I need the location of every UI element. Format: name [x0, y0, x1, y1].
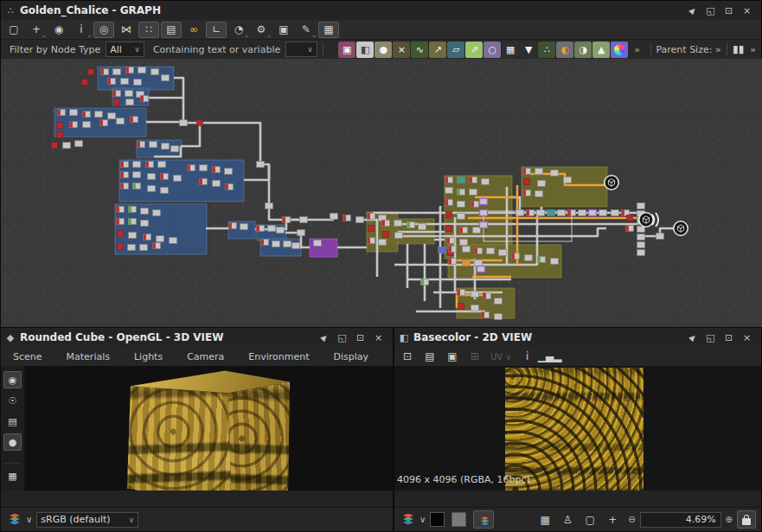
mannequin-scale-icon[interactable]: ♙	[557, 511, 578, 528]
info-icon[interactable]: i⌄	[71, 22, 92, 38]
graph-node[interactable]	[117, 207, 125, 213]
graph-node[interactable]	[446, 226, 452, 232]
tiling-grid-icon[interactable]: ▦	[535, 511, 555, 528]
menu-camera[interactable]: Camera	[175, 351, 236, 362]
scatter-node-icon[interactable]: ∴	[538, 42, 555, 58]
graph-node[interactable]	[174, 176, 182, 182]
pan-icon[interactable]: +	[602, 511, 623, 528]
graph-node[interactable]	[153, 210, 161, 216]
graph-node[interactable]	[599, 210, 607, 216]
background-color-swatch[interactable]	[430, 512, 445, 527]
graph-node[interactable]	[368, 238, 375, 244]
graph-node[interactable]	[138, 142, 145, 148]
graph-node[interactable]	[133, 162, 141, 168]
graph-node[interactable]	[516, 210, 524, 216]
frame-all-icon[interactable]: ▢	[3, 22, 24, 38]
graph-node[interactable]	[499, 250, 507, 256]
graph-node[interactable]	[129, 207, 137, 213]
graph-node[interactable]	[568, 210, 576, 216]
directional-blur-node-icon[interactable]: ↗	[429, 42, 446, 58]
graph-node[interactable]	[100, 120, 108, 126]
graph-node[interactable]	[141, 208, 149, 215]
graph-node[interactable]	[121, 162, 129, 168]
blend-node-icon[interactable]: ◧	[356, 42, 374, 58]
graph-node[interactable]	[564, 177, 572, 183]
graph-node[interactable]	[447, 238, 455, 244]
graph-node[interactable]	[527, 210, 535, 216]
graph-node[interactable]	[523, 169, 531, 175]
graph-node[interactable]	[482, 312, 490, 318]
float-window-icon[interactable]: ◱	[701, 3, 720, 18]
graph-node[interactable]	[131, 117, 138, 123]
graph-node[interactable]	[525, 255, 533, 261]
graph-node[interactable]	[121, 183, 129, 189]
graph-node[interactable]	[495, 298, 503, 304]
graph-node[interactable]	[368, 214, 375, 220]
info-icon[interactable]: i	[517, 349, 538, 365]
graph-node[interactable]	[95, 112, 103, 118]
graph-node[interactable]	[88, 69, 94, 75]
graph-node[interactable]	[458, 214, 465, 220]
close-icon[interactable]: ×	[738, 330, 756, 345]
elbow-links-icon[interactable]: ∟	[206, 22, 227, 38]
graph-node[interactable]	[138, 67, 146, 74]
graph-node[interactable]	[283, 217, 291, 223]
graph-node[interactable]	[284, 241, 291, 247]
graph-node[interactable]	[141, 221, 149, 227]
graph-node[interactable]	[458, 177, 465, 183]
tools-icon[interactable]: ⚙⌄	[251, 22, 272, 38]
graph-node[interactable]	[101, 69, 109, 75]
uniform-color-node-icon[interactable]: ▣	[338, 42, 355, 58]
graph-node[interactable]	[471, 292, 479, 298]
uv-wireframe-icon[interactable]: ▦	[3, 463, 22, 484]
graph-node[interactable]	[144, 234, 151, 240]
graph-node[interactable]	[146, 162, 154, 168]
menu-display[interactable]: Display	[322, 351, 381, 362]
graph-node[interactable]	[129, 233, 137, 239]
graph-node[interactable]	[394, 221, 402, 227]
graph-node[interactable]	[471, 305, 479, 311]
graph-node[interactable]	[213, 167, 221, 173]
zoom-icon[interactable]: ◎	[93, 22, 114, 38]
graph-node[interactable]	[180, 120, 188, 126]
filter-node-type-select[interactable]: All∨	[106, 42, 144, 57]
graph-node[interactable]	[261, 240, 269, 246]
maximize-icon[interactable]: ⊡	[720, 330, 738, 345]
graph-canvas[interactable]	[1, 59, 762, 328]
graph-node[interactable]	[57, 123, 63, 129]
material-ball-icon[interactable]: ●	[3, 433, 22, 451]
graph-node[interactable]	[470, 189, 477, 195]
pin-icon[interactable]: ▶	[683, 3, 701, 18]
graph-node[interactable]	[162, 144, 170, 150]
view2d-viewport[interactable]: 4096 x 4096 (RGBA, 16bpc)	[394, 366, 761, 490]
maximize-icon[interactable]: ⊡	[720, 3, 738, 18]
graph-node[interactable]	[118, 244, 124, 250]
graph-node[interactable]	[134, 80, 142, 86]
graph-node[interactable]	[421, 279, 429, 285]
graph-node[interactable]	[537, 210, 545, 216]
graph-node[interactable]	[314, 240, 322, 247]
graph-node[interactable]	[458, 202, 465, 208]
graph-node[interactable]	[480, 210, 488, 216]
color-wheel-node-icon[interactable]	[611, 42, 628, 58]
graph-node[interactable]	[439, 247, 446, 253]
graph-node[interactable]	[148, 186, 156, 192]
graph-node[interactable]	[117, 219, 125, 225]
graph-node[interactable]	[128, 245, 136, 251]
node-graph-icon[interactable]: ∷	[138, 22, 159, 38]
parent-size-label[interactable]: Parent Size: »	[656, 44, 720, 55]
output-node[interactable]	[674, 221, 688, 235]
graph-node[interactable]	[470, 177, 477, 183]
graph-node[interactable]	[117, 119, 125, 125]
graph-node[interactable]	[141, 96, 149, 102]
graph-node[interactable]	[627, 215, 633, 221]
overflow-chevrons[interactable]: »	[750, 44, 756, 55]
colorspace-select[interactable]: sRGB (default)∨	[36, 512, 138, 528]
graph-node[interactable]	[477, 266, 485, 272]
height-blend-node-icon[interactable]: ▼	[520, 42, 537, 58]
graph-node[interactable]	[158, 162, 166, 168]
graph-node[interactable]	[118, 231, 124, 237]
graph-node[interactable]	[226, 184, 234, 190]
graph-node[interactable]	[460, 228, 468, 234]
graph-node[interactable]	[298, 230, 305, 236]
